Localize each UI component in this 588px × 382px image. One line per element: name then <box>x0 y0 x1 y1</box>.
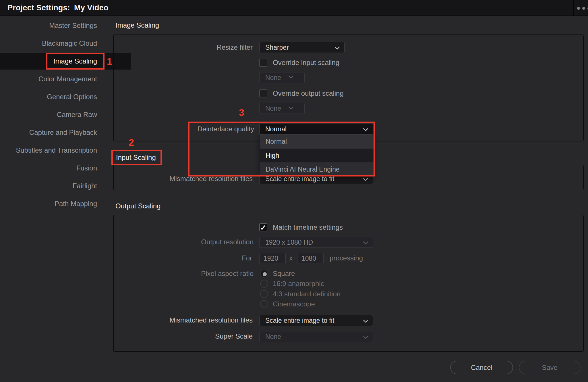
resize-filter-value: Sharper <box>265 44 289 51</box>
pixel-aspect-radio-square[interactable] <box>260 270 268 278</box>
pixel-aspect-radio-43-standard[interactable] <box>260 290 268 298</box>
input-mismatched-resolution-label: Mismatched resolution files <box>149 175 253 183</box>
chevron-down-icon <box>363 176 368 181</box>
project-settings-dialog: Project Settings:My Video Master Setting… <box>0 0 588 382</box>
dialog-title: Project Settings:My Video <box>7 0 109 16</box>
dialog-title-project-name: My Video <box>74 3 109 12</box>
super-scale-label: Super Scale <box>161 332 253 340</box>
sidebar-item-master-settings[interactable]: Master Settings <box>0 17 112 34</box>
processing-width-input[interactable]: 1920 <box>259 253 286 264</box>
deinterlace-quality-menu: Normal High DaVinci AI Neural Engine <box>260 135 374 176</box>
chevron-down-icon <box>363 239 368 244</box>
chevron-down-icon <box>363 317 368 323</box>
deinterlace-quality-dropdown[interactable]: Normal <box>259 124 373 135</box>
resize-filter-dropdown[interactable]: Sharper <box>259 42 345 53</box>
pixel-aspect-ratio-label: Pixel aspect ratio <box>161 270 254 278</box>
menu-option-davinci-ai-neural-engine[interactable]: DaVinci AI Neural Engine <box>260 162 374 176</box>
checkmark-icon: ✓ <box>260 223 266 232</box>
title-bar: Project Settings:My Video <box>0 0 588 16</box>
match-timeline-settings-checkbox[interactable]: ✓ <box>259 223 267 231</box>
output-resolution-value: 1920 x 1080 HD <box>265 239 313 246</box>
sidebar-item-camera-raw[interactable]: Camera Raw <box>0 106 112 124</box>
deinterlace-quality-value: Normal <box>265 125 287 133</box>
pixel-aspect-169-label: 16:9 anamorphic <box>273 280 393 288</box>
for-label: For <box>201 254 252 262</box>
chevron-down-icon <box>334 44 340 49</box>
deinterlace-quality-label: Deinterlace quality <box>161 125 254 133</box>
resize-filter-label: Resize filter <box>161 43 253 51</box>
dialog-title-label: Project Settings: <box>7 3 70 12</box>
times-label: x <box>289 254 296 262</box>
input-scaling-preset-value: None <box>265 74 281 82</box>
cancel-button[interactable]: Cancel <box>450 361 513 374</box>
chevron-down-icon <box>363 333 368 339</box>
override-input-scaling-checkbox[interactable] <box>259 59 267 67</box>
save-button[interactable]: Save <box>519 361 581 374</box>
chevron-down-icon <box>288 104 293 109</box>
pixel-aspect-radio-cinemascope[interactable] <box>260 300 268 308</box>
output-scaling-preset-dropdown: None <box>259 103 305 114</box>
sidebar-item-general-options[interactable]: General Options <box>0 88 112 106</box>
override-output-scaling-checkbox[interactable] <box>259 89 267 97</box>
override-output-scaling-label: Override output scaling <box>273 89 388 97</box>
output-mismatched-resolution-dropdown[interactable]: Scale entire image to fit <box>259 315 373 326</box>
dot-1 <box>577 7 580 10</box>
override-input-scaling-label: Override input scaling <box>273 59 388 67</box>
output-resolution-label: Output resolution <box>161 238 254 246</box>
chevron-down-icon <box>363 126 368 131</box>
processing-label: processing <box>330 254 387 262</box>
pixel-aspect-square-label: Square <box>273 270 393 278</box>
pixel-aspect-cinemascope-label: Cinemascope <box>273 300 393 308</box>
pixel-aspect-43-label: 4:3 standard definition <box>273 290 393 298</box>
sidebar-item-capture-and-playback[interactable]: Capture and Playback <box>0 124 112 141</box>
sidebar-item-path-mapping[interactable]: Path Mapping <box>0 195 112 213</box>
processing-height-input[interactable]: 1080 <box>297 253 324 264</box>
output-scaling-heading: Output Scaling <box>115 202 160 210</box>
input-scaling-heading: Input Scaling <box>116 153 156 162</box>
menu-option-normal[interactable]: Normal <box>260 135 374 149</box>
super-scale-dropdown: None <box>259 331 373 342</box>
sidebar-item-image-scaling[interactable]: Image Scaling <box>0 52 112 70</box>
output-scaling-preset-value: None <box>265 105 281 112</box>
pixel-aspect-radio-169-anamorphic[interactable] <box>260 280 268 288</box>
output-resolution-dropdown: 1920 x 1080 HD <box>259 237 373 248</box>
match-timeline-settings-label: Match timeline settings <box>273 223 393 231</box>
chevron-down-icon <box>288 73 293 78</box>
output-mismatched-resolution-value: Scale entire image to fit <box>265 317 334 325</box>
sidebar-item-subtitles-transcription[interactable]: Subtitles and Transcription <box>0 141 112 159</box>
output-mismatched-resolution-label: Mismatched resolution files <box>149 316 253 324</box>
sidebar-item-blackmagic-cloud[interactable]: Blackmagic Cloud <box>0 34 112 52</box>
sidebar-item-fairlight[interactable]: Fairlight <box>0 177 112 195</box>
menu-option-high[interactable]: High <box>260 149 374 162</box>
sidebar-item-fusion[interactable]: Fusion <box>0 159 112 177</box>
image-scaling-heading: Image Scaling <box>115 21 159 29</box>
sidebar-item-color-management[interactable]: Color Management <box>0 70 112 88</box>
super-scale-value: None <box>265 333 281 341</box>
input-scaling-preset-dropdown: None <box>259 72 305 83</box>
titlebar-divider <box>573 0 574 16</box>
dot-2 <box>582 7 585 10</box>
